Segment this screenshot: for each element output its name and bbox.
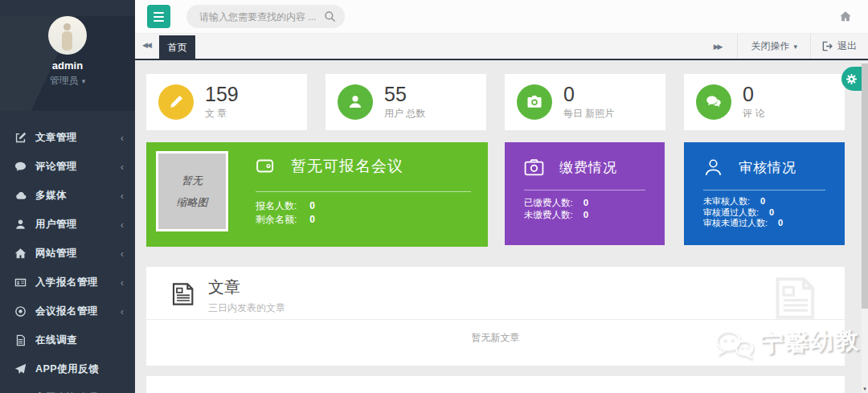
article-panel-header: 文章 三日内发表的文章 — [170, 276, 285, 315]
meeting-panel[interactable]: 暂无 缩略图 暂无可报名会议 报名人数:0 剩余名额:0 — [146, 142, 488, 247]
topbar — [135, 0, 868, 34]
stat-card-users[interactable]: 55用户 总数 — [326, 74, 486, 130]
article-panel: 文章 三日内发表的文章 暂无新文章 — [146, 267, 845, 366]
article-empty-text: 暂无新文章 — [146, 331, 845, 345]
article-panel-subtitle: 三日内发表的文章 — [208, 301, 285, 315]
article-panel-title: 文章 — [208, 276, 285, 298]
meeting-panel-title: 暂无可报名会议 — [291, 156, 403, 177]
thumb-text-line2: 缩略图 — [177, 195, 208, 210]
home-icon — [14, 248, 27, 260]
scrollbar-thumb[interactable] — [862, 63, 868, 309]
sidebar-item-label: 多媒体 — [35, 189, 121, 203]
sidebar-item-app-feedback[interactable]: APP使用反馈 — [0, 354, 135, 383]
review-row: 审核通过人数:0 — [703, 207, 845, 219]
divider — [703, 190, 825, 190]
payment-row: 已缴费人数:0 — [524, 197, 665, 209]
user-role-dropdown[interactable]: 管理员▾ — [0, 74, 135, 88]
sidebar-item-meeting-registration-management[interactable]: 会议报名管理 ‹ — [0, 297, 135, 325]
id-card-icon — [14, 276, 27, 289]
review-row: 未审核人数:0 — [703, 196, 845, 207]
review-row-value: 0 — [778, 218, 783, 227]
newspaper-watermark-icon — [771, 274, 821, 322]
user-icon — [14, 219, 27, 231]
sign-out-icon — [822, 41, 833, 51]
settings-gear-button[interactable] — [841, 67, 862, 91]
payment-row-value: 0 — [583, 198, 588, 207]
review-row-value: 0 — [769, 207, 774, 217]
meeting-row-value: 0 — [309, 214, 315, 225]
tabbar-actions: ▶▶ 关闭操作▾ 退出 — [699, 34, 868, 59]
sidebar-item-website-management[interactable]: 网站管理 ‹ — [0, 239, 135, 268]
chevron-left-icon: ‹ — [121, 161, 124, 173]
stat-label: 每日 新照片 — [563, 107, 614, 121]
tabs-scroll-left-button[interactable]: ◀◀ — [142, 41, 152, 49]
home-icon[interactable] — [839, 10, 852, 23]
caret-down-icon: ▾ — [82, 77, 86, 85]
sidebar-item-label: 用户管理 — [35, 218, 121, 231]
sidebar-menu: 文章管理 ‹ 评论管理 ‹ 多媒体 ‹ 用户管理 ‹ 网站管理 ‹ 入学报名管理… — [0, 123, 135, 393]
review-panel[interactable]: 审核情况 未审核人数:0 审核通过人数:0 审核未通过人数:0 — [684, 142, 845, 245]
sidebar-item-label: 会议报名管理 — [35, 305, 121, 318]
sidebar-item-label: APP使用反馈 — [35, 362, 124, 376]
scrollbar-down-arrow[interactable]: ▾ — [862, 386, 868, 392]
tabs-scroll-right-button[interactable]: ▶▶ — [714, 43, 723, 51]
sidebar-item-label: 文章管理 — [35, 131, 121, 145]
stat-label: 用户 总数 — [384, 107, 425, 121]
meeting-row: 报名人数:0 — [256, 199, 471, 213]
stat-card-articles[interactable]: 159文 章 — [146, 74, 307, 130]
sidebar-item-label: 在线调查 — [35, 334, 124, 347]
payment-row: 未缴费人数:0 — [524, 209, 665, 221]
sidebar-item-comment-management[interactable]: 评论管理 ‹ — [0, 152, 135, 181]
camera-outline-icon — [524, 158, 544, 178]
menu-toggle-button[interactable] — [147, 5, 170, 28]
cloud-icon — [14, 190, 27, 202]
sidebar-item-multimedia[interactable]: 多媒体 ‹ — [0, 181, 135, 210]
stat-value: 55 — [384, 83, 407, 105]
chevron-left-icon: ‹ — [121, 248, 124, 260]
payment-panel[interactable]: 缴费情况 已缴费人数:0 未缴费人数:0 — [505, 142, 665, 245]
sidebar-item-kindergarten-consultation[interactable]: 办园咨询管理 — [0, 383, 135, 393]
pencil-icon — [158, 84, 194, 120]
vertical-scrollbar[interactable]: ▾ — [862, 62, 868, 393]
chevron-left-icon: ‹ — [121, 219, 124, 231]
file-text-icon — [14, 334, 27, 346]
stat-value: 0 — [743, 83, 754, 105]
payment-row-value: 0 — [583, 210, 588, 219]
chevron-left-icon: ‹ — [121, 132, 124, 144]
logout-button[interactable]: 退出 — [810, 34, 868, 59]
thumbnail-placeholder: 暂无 缩略图 — [156, 151, 228, 231]
divider — [524, 190, 645, 190]
search-input[interactable] — [186, 5, 345, 28]
paper-plane-icon — [14, 363, 27, 375]
review-panel-title: 审核情况 — [739, 158, 796, 177]
stat-value: 159 — [205, 83, 239, 105]
logout-label: 退出 — [837, 39, 857, 53]
sidebar-item-label: 评论管理 — [35, 160, 121, 174]
dot-circle-icon — [14, 305, 27, 317]
sidebar-item-label: 入学报名管理 — [35, 276, 121, 289]
tag-icon — [256, 156, 276, 177]
sidebar-item-article-management[interactable]: 文章管理 ‹ — [0, 123, 135, 152]
sidebar: admin 管理员▾ 文章管理 ‹ 评论管理 ‹ 多媒体 ‹ 用户管理 ‹ 网站… — [0, 0, 135, 393]
chevron-left-icon: ‹ — [121, 305, 124, 317]
sidebar-item-user-management[interactable]: 用户管理 ‹ — [0, 210, 135, 239]
avatar[interactable] — [48, 16, 87, 55]
sidebar-item-enrollment-management[interactable]: 入学报名管理 ‹ — [0, 268, 135, 297]
stat-card-daily-photos[interactable]: 0每日 新照片 — [505, 74, 665, 130]
close-operations-label: 关闭操作 — [751, 39, 789, 53]
close-operations-dropdown[interactable]: 关闭操作▾ — [737, 34, 810, 59]
tab-home[interactable]: 首页 — [159, 35, 195, 60]
user-role-label: 管理员 — [50, 75, 79, 86]
sidebar-item-online-survey[interactable]: 在线调查 — [0, 325, 135, 354]
newspaper-icon — [170, 278, 196, 310]
payment-panel-title: 缴费情况 — [559, 158, 617, 177]
sidebar-item-label: 网站管理 — [35, 247, 121, 260]
stat-label: 评 论 — [743, 107, 764, 121]
divider — [256, 191, 471, 192]
search-icon[interactable] — [324, 10, 336, 23]
stat-card-comments[interactable]: 0评 论 — [684, 74, 845, 130]
comments-icon — [696, 84, 731, 120]
review-row: 审核未通过人数:0 — [703, 218, 845, 229]
stats-row: 159文 章 55用户 总数 0每日 新照片 0评 论 — [146, 74, 845, 130]
meeting-row-value: 0 — [309, 200, 315, 211]
